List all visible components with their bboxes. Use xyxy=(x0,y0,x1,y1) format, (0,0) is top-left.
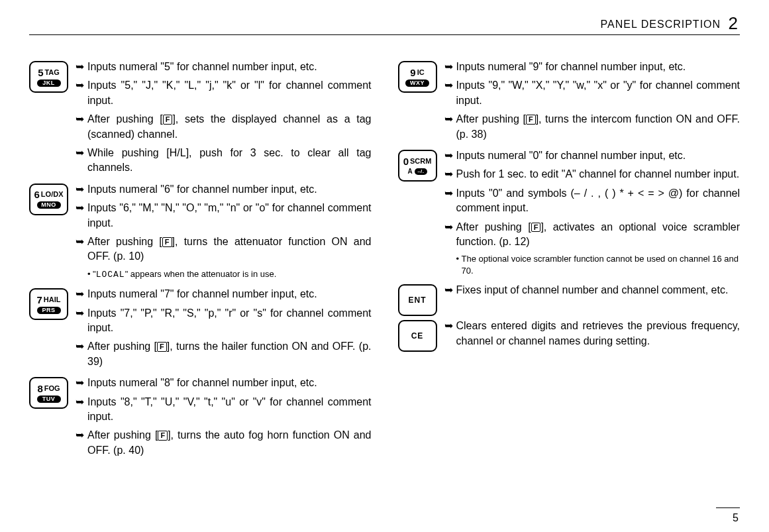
item-text: Inputs numeral "6" for channel number in… xyxy=(87,182,372,197)
item-text: Inputs numeral "0" for channel number in… xyxy=(456,148,741,163)
arrow-icon: ➥ xyxy=(444,220,456,250)
item-text: Inputs numeral "7" for channel number in… xyxy=(87,287,372,301)
item-text: After pushing [F], activates an optional… xyxy=(456,220,741,250)
key-icon-cell: 8FOG TUV xyxy=(29,377,69,462)
f-key-inline: F xyxy=(526,115,536,125)
item-text: After pushing [F], turns the attenuator … xyxy=(87,235,372,264)
key-ce: CE xyxy=(398,320,437,352)
arrow-icon: ➥ xyxy=(444,112,456,142)
item-text: Inputs "0" and symbols (– / . , ( ) * + … xyxy=(456,186,741,216)
key-icon-cell: 6LO/DX MNO xyxy=(29,184,69,285)
key-description-entry: 9IC WXY ➥ Inputs numeral "9" for channel… xyxy=(398,60,741,146)
content-columns: 5TAG JKL ➥ Inputs numeral "5" for channe… xyxy=(29,60,740,464)
description-list: ➥ Inputs numeral "5" for channel number … xyxy=(76,60,372,180)
page-rule xyxy=(716,507,740,508)
sub-item: • "LOCAL" appears when the attenuator is… xyxy=(87,268,372,281)
item-text: Clears entered digits and retrieves the … xyxy=(456,319,741,348)
key-description-entry: 8FOG TUV ➥ Inputs numeral "8" for channe… xyxy=(29,376,372,462)
sub-item: • The optional voice scrambler function … xyxy=(456,253,741,276)
arrow-icon: ➥ xyxy=(444,186,456,216)
item-text: After pushing [F], sets the displayed ch… xyxy=(87,112,372,142)
key-description-entry: 7HAIL PRS ➥ Inputs numeral "7" for chann… xyxy=(29,287,372,373)
item-text: Fixes input of channel number and channe… xyxy=(456,283,741,297)
sub-text: The optional voice scrambler function ca… xyxy=(462,253,741,276)
list-item: ➥ Inputs numeral "6" for channel number … xyxy=(76,182,372,197)
item-text: Inputs "6," "M," "N," "O," "m," "n" or "… xyxy=(87,201,372,231)
key-icon-cell: 9IC WXY xyxy=(398,61,438,146)
list-item: ➥ Inputs "0" and symbols (– / . , ( ) * … xyxy=(444,186,741,216)
arrow-icon: ➥ xyxy=(444,60,456,74)
list-item: ➥ Clears entered digits and retrieves th… xyxy=(444,319,741,348)
item-text: Inputs numeral "9" for channel number in… xyxy=(456,60,741,74)
list-item: ➥ After pushing [F], turns the auto fog … xyxy=(76,428,372,458)
list-item: ➥ After pushing [F], sets the displayed … xyxy=(76,112,372,142)
arrow-icon: ➥ xyxy=(444,78,456,108)
key-icon-cell: ENT xyxy=(398,284,438,316)
description-list: ➥ Inputs numeral "6" for channel number … xyxy=(76,182,372,285)
arrow-icon: ➥ xyxy=(76,60,87,74)
list-item: ➥ Inputs "9," "W," "X," "Y," "w," "x" or… xyxy=(444,78,741,108)
arrow-icon: ➥ xyxy=(76,182,87,197)
item-text: Inputs "9," "W," "X," "Y," "w," "x" or "… xyxy=(456,78,741,108)
list-item: ➥ Inputs numeral "7" for channel number … xyxy=(76,287,372,301)
arrow-icon: ➥ xyxy=(444,167,456,182)
key-icon-cell: 0SCRM A –/. xyxy=(398,150,438,280)
arrow-icon: ➥ xyxy=(444,319,456,348)
item-text: Inputs "7," "P," "R," "S," "p," "r" or "… xyxy=(87,306,372,336)
item-text: After pushing [F], turns the hailer func… xyxy=(87,339,372,369)
arrow-icon: ➥ xyxy=(76,395,87,425)
page-header: PANEL DESCRIPTION 2 xyxy=(601,13,739,34)
item-text: Inputs numeral "5" for channel number in… xyxy=(87,60,372,74)
list-item: ➥ Inputs numeral "9" for channel number … xyxy=(444,60,741,74)
key-5: 5TAG JKL xyxy=(29,61,68,93)
description-list: ➥ Inputs numeral "0" for channel number … xyxy=(444,148,741,280)
list-item: ➥ After pushing [F], turns the hailer fu… xyxy=(76,339,372,369)
arrow-icon: ➥ xyxy=(76,306,87,336)
key-8: 8FOG TUV xyxy=(29,377,68,409)
arrow-icon: ➥ xyxy=(76,201,87,231)
f-key-inline: F xyxy=(162,237,172,247)
list-item: ➥ Inputs "6," "M," "N," "O," "m," "n" or… xyxy=(76,201,372,231)
arrow-icon: ➥ xyxy=(76,146,87,176)
list-item: ➥ While pushing [H/L], push for 3 sec. t… xyxy=(76,146,372,176)
header-rule xyxy=(29,34,740,35)
sub-text: "LOCAL" appears when the attenuator is i… xyxy=(93,268,276,281)
item-text: After pushing [F], turns the auto fog ho… xyxy=(87,428,372,458)
arrow-icon: ➥ xyxy=(76,339,87,369)
left-column: 5TAG JKL ➥ Inputs numeral "5" for channe… xyxy=(29,60,372,464)
f-key-inline: F xyxy=(531,223,541,233)
list-item: ➥ After pushing [F], turns the attenuato… xyxy=(76,235,372,264)
list-item: ➥ After pushing [F], activates an option… xyxy=(444,220,741,250)
list-item: ➥ Inputs "5," "J," "K," "L," "j," "k" or… xyxy=(76,78,372,108)
bullet-icon: • xyxy=(456,253,462,276)
f-key-inline: F xyxy=(158,431,168,441)
description-list: ➥ Inputs numeral "9" for channel number … xyxy=(444,60,741,146)
arrow-icon: ➥ xyxy=(76,287,87,301)
f-key-inline: F xyxy=(163,115,173,125)
f-key-inline: F xyxy=(157,342,167,352)
key-description-entry: 0SCRM A –/. ➥ Inputs numeral "0" for cha… xyxy=(398,148,741,280)
list-item: ➥ Inputs "8," "T," "U," "V," "t," "u" or… xyxy=(76,395,372,425)
description-list: ➥ Inputs numeral "8" for channel number … xyxy=(76,376,372,462)
list-item: ➥ Inputs numeral "8" for channel number … xyxy=(76,376,372,390)
arrow-icon: ➥ xyxy=(444,148,456,163)
item-text: While pushing [H/L], push for 3 sec. to … xyxy=(87,146,372,176)
list-item: ➥ Inputs numeral "5" for channel number … xyxy=(76,60,372,74)
key-9: 9IC WXY xyxy=(398,61,437,93)
item-text: Inputs numeral "8" for channel number in… xyxy=(87,376,372,390)
key-description-entry: 6LO/DX MNO ➥ Inputs numeral "6" for chan… xyxy=(29,182,372,285)
key-description-entry: ENT ➥ Fixes input of channel number and … xyxy=(398,283,741,316)
key-6: 6LO/DX MNO xyxy=(29,184,68,215)
bullet-icon: • xyxy=(87,268,93,281)
arrow-icon: ➥ xyxy=(76,376,87,390)
key-description-entry: 5TAG JKL ➥ Inputs numeral "5" for channe… xyxy=(29,60,372,180)
arrow-icon: ➥ xyxy=(76,78,87,108)
key-7: 7HAIL PRS xyxy=(29,288,68,320)
description-list: ➥ Inputs numeral "7" for channel number … xyxy=(76,287,372,373)
right-column: 9IC WXY ➥ Inputs numeral "9" for channel… xyxy=(398,60,741,464)
key-0: 0SCRM A –/. xyxy=(398,150,437,182)
description-list: ➥ Fixes input of channel number and chan… xyxy=(444,283,741,316)
item-text: After pushing [F], turns the intercom fu… xyxy=(456,112,741,142)
list-item: ➥ Inputs "7," "P," "R," "S," "p," "r" or… xyxy=(76,306,372,336)
key-icon-cell: 5TAG JKL xyxy=(29,61,69,180)
